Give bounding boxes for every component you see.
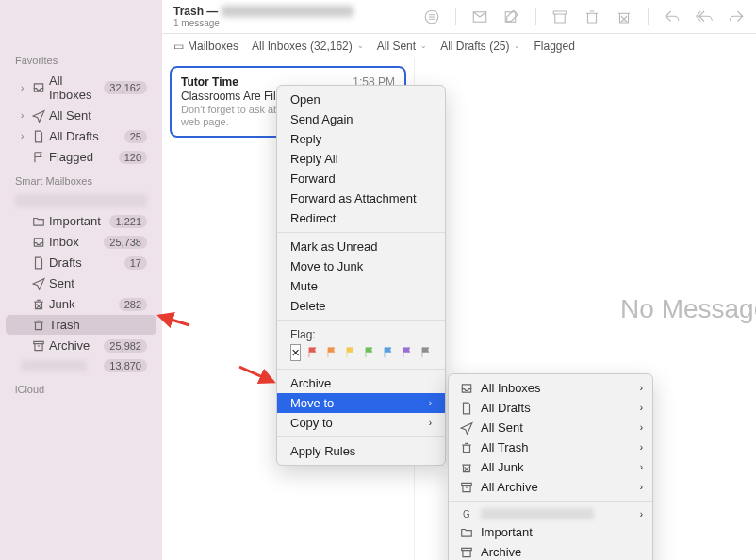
archive-icon: [30, 339, 47, 353]
sidebar-item-other[interactable]: 13,870: [6, 356, 156, 375]
chevron-right-icon: ›: [640, 509, 643, 519]
menu-move-junk[interactable]: Move to Junk: [277, 256, 445, 276]
document-icon: [30, 256, 47, 270]
menu-redirect[interactable]: Redirect: [277, 208, 445, 228]
sidebar-item-flagged[interactable]: Flagged 120: [6, 147, 156, 167]
compose-icon[interactable]: [503, 8, 520, 25]
favbar-mailboxes[interactable]: ▭Mailboxes: [173, 40, 238, 53]
inbox-icon: [458, 382, 475, 395]
submenu-all-drafts[interactable]: All Drafts›: [449, 398, 652, 418]
menu-forward[interactable]: Forward: [277, 169, 445, 189]
sidebar-item-archive[interactable]: Archive 25,982: [6, 336, 156, 355]
sidebar-item-inbox[interactable]: Inbox 25,738: [6, 232, 156, 252]
paperplane-icon: [30, 277, 47, 290]
submenu-all-archive[interactable]: All Archive›: [449, 477, 652, 497]
menu-delete[interactable]: Delete: [277, 296, 445, 316]
sidebar: Favorites › All Inboxes 32,162 › All Sen…: [0, 0, 162, 560]
menu-archive[interactable]: Archive: [277, 373, 445, 393]
flag-color[interactable]: [306, 346, 320, 359]
document-icon: [30, 130, 47, 143]
menu-flag-row: Flag: ✕: [277, 324, 445, 365]
move-to-submenu: All Inboxes› All Drafts› All Sent› All T…: [448, 373, 653, 560]
menu-move-to[interactable]: Move to›: [277, 393, 445, 413]
junk-icon: [458, 461, 475, 474]
sidebar-item-drafts[interactable]: Drafts 17: [6, 253, 156, 272]
chevron-right-icon: ›: [429, 398, 432, 408]
sidebar-toggle-icon: ▭: [173, 40, 184, 53]
paperplane-icon: [458, 421, 475, 435]
flag-color[interactable]: [344, 346, 357, 359]
submenu-all-sent[interactable]: All Sent›: [449, 418, 652, 437]
archive-icon[interactable]: [551, 8, 568, 25]
menu-open[interactable]: Open: [277, 90, 445, 109]
account-icon: G: [458, 509, 475, 519]
trash-icon[interactable]: [583, 8, 600, 25]
junk-icon: [30, 298, 47, 311]
menu-mute[interactable]: Mute: [277, 276, 445, 296]
filter-icon[interactable]: [423, 8, 440, 25]
menu-forward-attachment[interactable]: Forward as Attachment: [277, 189, 445, 208]
favorites-bar: ▭Mailboxes All Inboxes (32,162)⌄ All Sen…: [162, 34, 756, 58]
redacted-account: [481, 508, 594, 519]
folder-icon: [458, 526, 475, 539]
window-header: Trash — 1 message: [162, 0, 756, 34]
redacted-account: [222, 6, 353, 17]
favbar-all-inboxes[interactable]: All Inboxes (32,162)⌄: [252, 40, 364, 53]
menu-separator: [277, 320, 445, 321]
favbar-flagged[interactable]: Flagged: [534, 40, 574, 53]
flag-color[interactable]: [401, 346, 414, 359]
redacted-label: [21, 360, 87, 371]
menu-send-again[interactable]: Send Again: [277, 109, 445, 129]
menu-reply[interactable]: Reply: [277, 129, 445, 149]
chevron-right-icon: ›: [640, 482, 643, 492]
smart-mailboxes-heading: Smart Mailboxes: [0, 168, 162, 190]
sidebar-item-all-inboxes[interactable]: › All Inboxes 32,162: [6, 71, 156, 105]
inbox-icon: [30, 81, 47, 94]
message-sender: Tutor Time: [181, 75, 238, 89]
chevron-right-icon: ›: [640, 442, 643, 453]
forward-icon[interactable]: [728, 8, 745, 25]
sidebar-item-all-drafts[interactable]: › All Drafts 25: [6, 126, 156, 146]
chevron-right-icon: ›: [21, 110, 30, 121]
reply-icon[interactable]: [664, 8, 681, 25]
sidebar-item-junk[interactable]: Junk 282: [6, 294, 156, 314]
flag-color[interactable]: [419, 346, 433, 359]
reply-all-icon[interactable]: [696, 8, 713, 25]
favorites-heading: Favorites: [0, 47, 162, 70]
archive-icon: [458, 481, 475, 494]
favbar-all-sent[interactable]: All Sent⌄: [377, 40, 427, 53]
folder-icon: [30, 215, 47, 228]
trash-icon: [458, 441, 475, 454]
flag-icon: [30, 151, 47, 164]
chevron-down-icon: ⌄: [514, 41, 520, 50]
sidebar-item-important[interactable]: Important 1,221: [6, 211, 156, 231]
submenu-archive[interactable]: Archive: [449, 542, 652, 560]
menu-mark-unread[interactable]: Mark as Unread: [277, 237, 445, 256]
favbar-all-drafts[interactable]: All Drafts (25)⌄: [440, 40, 520, 53]
flag-color[interactable]: [363, 346, 376, 359]
menu-separator: [277, 436, 445, 437]
toolbar: [423, 8, 745, 25]
envelope-icon[interactable]: [471, 8, 488, 25]
archive-icon: [458, 546, 475, 559]
sidebar-item-sent[interactable]: Sent: [6, 273, 156, 293]
sidebar-item-trash[interactable]: Trash: [6, 315, 156, 335]
paperplane-icon: [30, 109, 47, 123]
chevron-right-icon: ›: [21, 131, 30, 141]
submenu-all-junk[interactable]: All Junk›: [449, 457, 652, 477]
flag-color[interactable]: [382, 346, 395, 359]
icloud-heading: iCloud: [0, 376, 162, 399]
menu-separator: [277, 369, 445, 370]
menu-reply-all[interactable]: Reply All: [277, 149, 445, 169]
junk-icon[interactable]: [616, 8, 633, 25]
redacted-account: [15, 194, 147, 207]
menu-apply-rules[interactable]: Apply Rules: [277, 441, 445, 461]
submenu-account[interactable]: G›: [449, 505, 652, 522]
flag-clear[interactable]: ✕: [290, 344, 301, 361]
sidebar-item-all-sent[interactable]: › All Sent: [6, 106, 156, 125]
submenu-all-trash[interactable]: All Trash›: [449, 437, 652, 457]
submenu-all-inboxes[interactable]: All Inboxes›: [449, 378, 652, 398]
flag-color[interactable]: [325, 346, 338, 359]
submenu-important[interactable]: Important: [449, 522, 652, 542]
menu-copy-to[interactable]: Copy to›: [277, 413, 445, 433]
